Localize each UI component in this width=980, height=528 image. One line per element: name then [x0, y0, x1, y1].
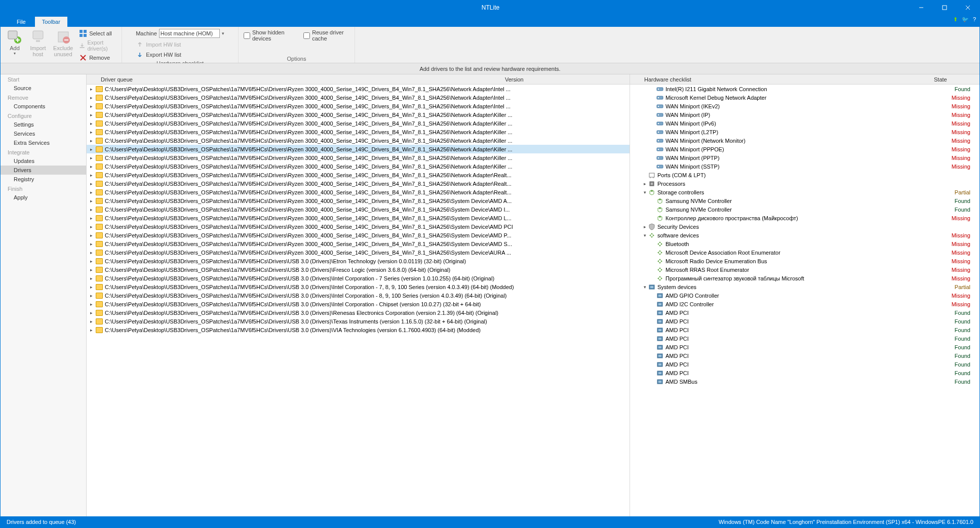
expand-icon[interactable]: ▸: [87, 216, 96, 221]
hardware-row[interactable]: WAN Miniport (L2TP)Missing: [630, 128, 979, 136]
driver-queue-row[interactable]: ▸C:\Users\Petya\Desktop\USB3Drivers_OSPa…: [87, 85, 630, 93]
chevron-down-icon[interactable]: ▾: [222, 31, 224, 36]
add-button[interactable]: Add▾: [4, 28, 26, 57]
driver-queue-row[interactable]: ▸C:\Users\Petya\Desktop\USB3Drivers_OSPa…: [87, 317, 630, 326]
expand-icon[interactable]: ▸: [87, 319, 96, 324]
expand-icon[interactable]: ▸: [87, 173, 96, 178]
expand-icon[interactable]: ▸: [87, 285, 96, 290]
driver-queue-row[interactable]: ▸C:\Users\Petya\Desktop\USB3Drivers_OSPa…: [87, 291, 630, 300]
driver-queue-row[interactable]: ▸C:\Users\Petya\Desktop\USB3Drivers_OSPa…: [87, 119, 630, 128]
driver-queue-row[interactable]: ▸C:\Users\Petya\Desktop\USB3Drivers_OSPa…: [87, 171, 630, 179]
driver-queue-rows[interactable]: ▸C:\Users\Petya\Desktop\USB3Drivers_OSPa…: [87, 85, 630, 516]
hardware-row[interactable]: software devicesMissing: [630, 231, 979, 239]
driver-queue-row[interactable]: ▸C:\Users\Petya\Desktop\USB3Drivers_OSPa…: [87, 265, 630, 274]
hardware-row[interactable]: WAN Miniport (IP)Missing: [630, 110, 979, 119]
hardware-row[interactable]: Контроллер дискового пространства (Майкр…: [630, 214, 979, 222]
hardware-row[interactable]: WAN Miniport (PPTP)Missing: [630, 153, 979, 162]
driver-queue-row[interactable]: ▸C:\Users\Petya\Desktop\USB3Drivers_OSPa…: [87, 102, 630, 110]
expand-icon[interactable]: ▸: [87, 233, 96, 238]
driver-queue-row[interactable]: ▸C:\Users\Petya\Desktop\USB3Drivers_OSPa…: [87, 231, 630, 239]
expand-icon[interactable]: ▸: [87, 121, 96, 126]
hardware-row[interactable]: AMD PCIFound: [630, 369, 979, 377]
tree-toggle-icon[interactable]: [641, 181, 648, 186]
expand-icon[interactable]: ▸: [87, 207, 96, 212]
expand-icon[interactable]: ▸: [87, 241, 96, 247]
hardware-row[interactable]: WAN Miniport (IKEv2)Missing: [630, 102, 979, 110]
hardware-row[interactable]: WAN Miniport (PPPOE)Missing: [630, 145, 979, 153]
expand-icon[interactable]: ▸: [87, 164, 96, 169]
hardware-row[interactable]: AMD PCIFound: [630, 317, 979, 326]
nav-item-settings[interactable]: Settings: [1, 120, 86, 129]
maximize-button[interactable]: [933, 1, 956, 15]
tree-toggle-icon[interactable]: [641, 233, 648, 238]
hardware-row[interactable]: Samsung NVMe ControllerFound: [630, 196, 979, 205]
driver-queue-row[interactable]: ▸C:\Users\Petya\Desktop\USB3Drivers_OSPa…: [87, 145, 630, 153]
driver-queue-row[interactable]: ▸C:\Users\Petya\Desktop\USB3Drivers_OSPa…: [87, 188, 630, 196]
show-hidden-devices-checkbox[interactable]: Show hidden devices: [242, 29, 295, 42]
hardware-row[interactable]: AMD PCIFound: [630, 334, 979, 343]
hardware-row[interactable]: Processors: [630, 179, 979, 188]
hardware-row[interactable]: WAN Miniport (Network Monitor)Missing: [630, 136, 979, 145]
driver-queue-row[interactable]: ▸C:\Users\Petya\Desktop\USB3Drivers_OSPa…: [87, 300, 630, 308]
driver-queue-row[interactable]: ▸C:\Users\Petya\Desktop\USB3Drivers_OSPa…: [87, 282, 630, 291]
column-hardware-checklist[interactable]: Hardware checklist: [630, 76, 934, 83]
hardware-row[interactable]: AMD PCIFound: [630, 351, 979, 360]
nav-item-drivers[interactable]: Drivers: [1, 166, 86, 175]
hardware-row[interactable]: Программный синтезатор звуковой таблицы …: [630, 274, 979, 282]
tab-toolbar[interactable]: Toolbar: [35, 17, 67, 27]
remove-button[interactable]: Remove: [77, 53, 119, 62]
select-all-button[interactable]: Select all: [77, 29, 119, 38]
expand-icon[interactable]: ▸: [87, 198, 96, 204]
hardware-row[interactable]: Microsoft Kernel Debug Network AdapterMi…: [630, 93, 979, 102]
expand-icon[interactable]: ▸: [87, 224, 96, 229]
expand-icon[interactable]: ▸: [87, 147, 96, 152]
driver-queue-row[interactable]: ▸C:\Users\Petya\Desktop\USB3Drivers_OSPa…: [87, 214, 630, 222]
expand-icon[interactable]: ▸: [87, 267, 96, 272]
hardware-row[interactable]: System devicesPartial: [630, 282, 979, 291]
tree-toggle-icon[interactable]: [641, 190, 648, 195]
expand-icon[interactable]: ▸: [87, 250, 96, 255]
expand-icon[interactable]: ▸: [87, 104, 96, 109]
expand-icon[interactable]: ▸: [87, 190, 96, 195]
expand-icon[interactable]: ▸: [87, 328, 96, 333]
expand-icon[interactable]: ▸: [87, 276, 96, 281]
hardware-row[interactable]: Microsoft Device Association Root Enumer…: [630, 248, 979, 257]
hardware-checklist-rows[interactable]: Intel(R) I211 Gigabit Network Connection…: [630, 85, 979, 516]
hardware-row[interactable]: WAN Miniport (SSTP)Missing: [630, 162, 979, 171]
nav-item-components[interactable]: Components: [1, 102, 86, 111]
driver-queue-row[interactable]: ▸C:\Users\Petya\Desktop\USB3Drivers_OSPa…: [87, 326, 630, 334]
column-driver-queue[interactable]: Driver queue: [87, 76, 502, 83]
hardware-row[interactable]: AMD PCIFound: [630, 343, 979, 351]
hardware-row[interactable]: Microsoft RRAS Root EnumeratorMissing: [630, 265, 979, 274]
driver-queue-row[interactable]: ▸C:\Users\Petya\Desktop\USB3Drivers_OSPa…: [87, 274, 630, 282]
import-host-button[interactable]: Import host: [27, 28, 49, 58]
expand-icon[interactable]: ▸: [87, 95, 96, 100]
hardware-row[interactable]: WAN Miniport (IPv6)Missing: [630, 119, 979, 128]
expand-icon[interactable]: ▸: [87, 112, 96, 117]
nav-item-extra-services[interactable]: Extra Services: [1, 138, 86, 147]
expand-icon[interactable]: ▸: [87, 293, 96, 298]
hardware-row[interactable]: AMD PCIFound: [630, 360, 979, 369]
hardware-row[interactable]: Samsung NVMe ControllerFound: [630, 205, 979, 214]
driver-queue-row[interactable]: ▸C:\Users\Petya\Desktop\USB3Drivers_OSPa…: [87, 205, 630, 214]
nav-item-updates[interactable]: Updates: [1, 156, 86, 166]
nav-item-services[interactable]: Services: [1, 129, 86, 138]
driver-queue-row[interactable]: ▸C:\Users\Petya\Desktop\USB3Drivers_OSPa…: [87, 110, 630, 119]
column-version[interactable]: Version: [502, 76, 630, 83]
nav-item-registry[interactable]: Registry: [1, 175, 86, 184]
minimize-button[interactable]: [910, 1, 933, 15]
expand-icon[interactable]: ▸: [87, 87, 96, 92]
twitter-icon[interactable]: 🐦: [962, 16, 969, 23]
driver-queue-row[interactable]: ▸C:\Users\Petya\Desktop\USB3Drivers_OSPa…: [87, 222, 630, 231]
driver-queue-row[interactable]: ▸C:\Users\Petya\Desktop\USB3Drivers_OSPa…: [87, 257, 630, 265]
expand-icon[interactable]: ▸: [87, 155, 96, 160]
upgrade-icon[interactable]: ⬆: [953, 16, 958, 23]
nav-item-apply[interactable]: Apply: [1, 193, 86, 202]
driver-queue-row[interactable]: ▸C:\Users\Petya\Desktop\USB3Drivers_OSPa…: [87, 248, 630, 257]
driver-queue-row[interactable]: ▸C:\Users\Petya\Desktop\USB3Drivers_OSPa…: [87, 162, 630, 171]
hardware-row[interactable]: Ports (COM & LPT): [630, 171, 979, 179]
hardware-row[interactable]: AMD GPIO ControllerMissing: [630, 291, 979, 300]
hardware-row[interactable]: Intel(R) I211 Gigabit Network Connection…: [630, 85, 979, 93]
tree-toggle-icon[interactable]: [641, 285, 648, 290]
export-hw-list-button[interactable]: Export HW list: [134, 50, 183, 59]
